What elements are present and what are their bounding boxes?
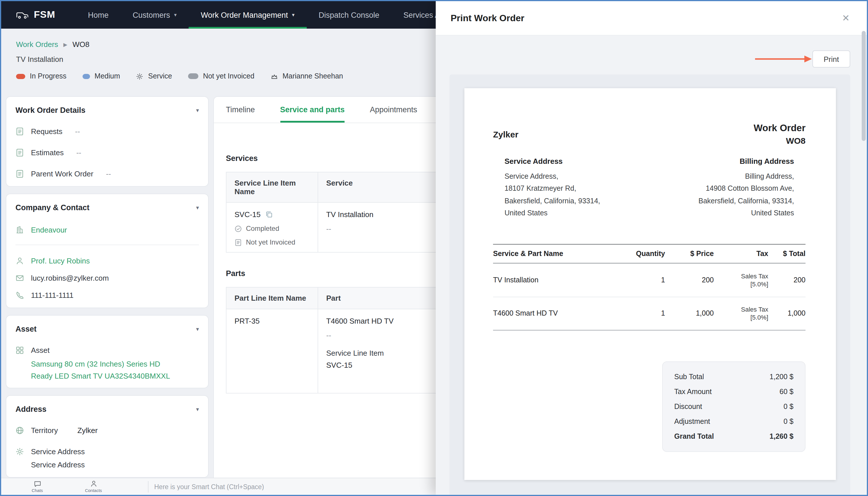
contact-link[interactable]: Prof. Lucy Robins	[31, 257, 90, 265]
not-invoiced-dot-icon	[188, 73, 198, 79]
line-item-tax-rate: [5.0%]	[714, 313, 768, 321]
app-window: FSM Home Customers▾ Work Order Managemen…	[0, 0, 868, 496]
close-icon[interactable]: ✕	[842, 13, 850, 24]
print-work-order-panel: Print Work Order ✕ Print Zylker Work Ord…	[436, 1, 867, 495]
globe-icon	[15, 426, 24, 435]
panel-title: Print Work Order	[451, 13, 524, 23]
phone-row: 111-111-1111	[15, 291, 199, 299]
smart-chat-bar: Chats Contacts	[1, 478, 436, 495]
document-addresses: Service Address Service Address, 18107 K…	[493, 155, 806, 220]
collapse-chevron-icon[interactable]: ▾	[196, 326, 199, 332]
email-value[interactable]: lucy.robins@zylker.com	[31, 274, 109, 282]
tab-timeline[interactable]: Timeline	[226, 97, 255, 123]
address-line: Bakersfield, California, 93314,	[505, 195, 600, 207]
territory-row: Territory Zylker	[15, 426, 199, 435]
chats-button[interactable]: Chats	[17, 480, 57, 493]
breadcrumb-current: WO8	[73, 40, 89, 49]
email-icon	[15, 274, 24, 282]
invoice-status-label: Not yet Invoiced	[203, 72, 254, 80]
card-title: Company & Contact	[15, 203, 89, 212]
scrollbar-thumb[interactable]	[862, 31, 866, 141]
document-header: Zylker Work Order WO8	[493, 121, 806, 147]
address-line: 18107 Kratzmeyer Rd,	[505, 183, 600, 195]
status-badge: In Progress	[16, 72, 66, 80]
chevron-down-icon: ▾	[292, 12, 295, 18]
service-address-block: Service Address Service Address, 18107 K…	[505, 155, 600, 220]
nav-item-home[interactable]: Home	[76, 1, 121, 29]
status-badges: In Progress Medium Service Not yet Invoi…	[1, 64, 436, 80]
billing-address-block: Billing Address Billing Address, 14908 C…	[698, 155, 794, 220]
line-items-table: Service & Part Name Quantity $ Price Tax…	[493, 244, 806, 330]
collapse-chevron-icon[interactable]: ▾	[196, 406, 199, 413]
priority-badge: Medium	[83, 72, 120, 80]
line-item-qty: 1	[622, 276, 665, 284]
subtotal-row: Sub Total 1,200 $	[674, 369, 793, 384]
asset-row: Asset	[15, 346, 199, 355]
contacts-button[interactable]: Contacts	[73, 480, 114, 493]
part-sub-value: --	[326, 331, 452, 340]
estimates-row[interactable]: Estimates --	[15, 148, 199, 157]
nav-item-customers[interactable]: Customers▾	[121, 1, 189, 29]
totals-summary: Sub Total 1,200 $ Tax Amount 60 $ Discou…	[662, 361, 806, 452]
collapse-chevron-icon[interactable]: ▾	[196, 204, 199, 211]
parent-work-order-row[interactable]: Parent Work Order --	[15, 170, 199, 178]
document-number: WO8	[754, 135, 806, 147]
tab-label: Timeline	[226, 105, 255, 114]
copy-icon[interactable]	[265, 211, 273, 218]
card-title: Work Order Details	[15, 106, 86, 114]
document-company: Zylker	[493, 129, 518, 139]
priority-label: Medium	[94, 72, 120, 80]
service-status-completed: Completed	[235, 224, 310, 233]
tab-label: Appointments	[370, 105, 417, 114]
smart-chat-input[interactable]	[154, 483, 436, 490]
chats-label: Chats	[31, 488, 43, 493]
requests-row[interactable]: Requests --	[15, 127, 199, 136]
parts-heading: Parts	[226, 269, 459, 278]
company-link[interactable]: Endeavour	[31, 226, 67, 234]
line-item-row: TV Installation 1 200 Sales Tax [5.0%] 2…	[493, 263, 806, 296]
work-order-document: Zylker Work Order WO8 Service Address Se…	[464, 88, 836, 480]
nav-label: Customers	[133, 11, 170, 19]
phone-value[interactable]: 111-111-1111	[31, 291, 73, 299]
asset-label: Asset	[31, 346, 49, 355]
line-item-qty: 1	[622, 309, 665, 317]
line-item-tax-rate: [5.0%]	[714, 280, 768, 288]
service-line-item-name: SVC-15	[235, 210, 260, 219]
phone-icon	[15, 291, 24, 299]
collapse-chevron-icon[interactable]: ▾	[196, 107, 199, 113]
territory-label: Territory	[31, 426, 58, 435]
type-label: Service	[148, 72, 172, 80]
address-line: Bakersfield, California, 93314,	[698, 195, 794, 207]
column-header: Service Line Item Name	[226, 172, 318, 202]
nav-item-dispatch-console[interactable]: Dispatch Console	[307, 1, 392, 29]
brand-logo[interactable]: FSM	[1, 9, 76, 21]
nav-item-work-order-management[interactable]: Work Order Management▾	[189, 1, 306, 29]
estimates-label: Estimates	[31, 148, 64, 157]
services-heading: Services	[226, 154, 459, 162]
tab-appointments[interactable]: Appointments	[370, 97, 417, 123]
service-address-label: Service Address	[31, 447, 85, 456]
line-item-name: T4600 Smart HD TV	[493, 309, 622, 317]
panel-header: Print Work Order ✕	[436, 1, 867, 35]
total-value: 60 $	[779, 384, 793, 399]
invoice-icon	[235, 238, 242, 246]
part-line-item-row: PRT-35 T4600 Smart HD TV -- Service Line…	[226, 309, 460, 393]
invoice-status-badge: Not yet Invoiced	[188, 72, 254, 80]
work-order-subtitle: TV Installation	[1, 49, 436, 64]
owner-label: Marianne Sheehan	[282, 72, 343, 80]
print-button[interactable]: Print	[812, 50, 850, 67]
tab-label: Service and parts	[280, 105, 345, 114]
asset-value-line1: Samsung 80 cm (32 Inches) Series HD	[31, 358, 199, 370]
requests-value: --	[75, 127, 80, 136]
asset-link[interactable]: Samsung 80 cm (32 Inches) Series HD Read…	[31, 358, 199, 382]
line-item-name: TV Installation	[493, 276, 622, 284]
grand-total-row: Grand Total 1,260 $	[674, 429, 793, 444]
service-address-row: Service Address	[15, 447, 199, 456]
parent-work-order-value: --	[106, 170, 111, 178]
service-address-heading: Service Address	[505, 155, 600, 168]
address-line: United States	[698, 207, 794, 220]
breadcrumb-work-orders-link[interactable]: Work Orders	[16, 40, 58, 49]
contacts-label: Contacts	[85, 488, 102, 493]
tab-service-and-parts[interactable]: Service and parts	[280, 97, 345, 123]
parts-table: Part Line Item Name Part PRT-35 T4600 Sm…	[226, 287, 460, 393]
